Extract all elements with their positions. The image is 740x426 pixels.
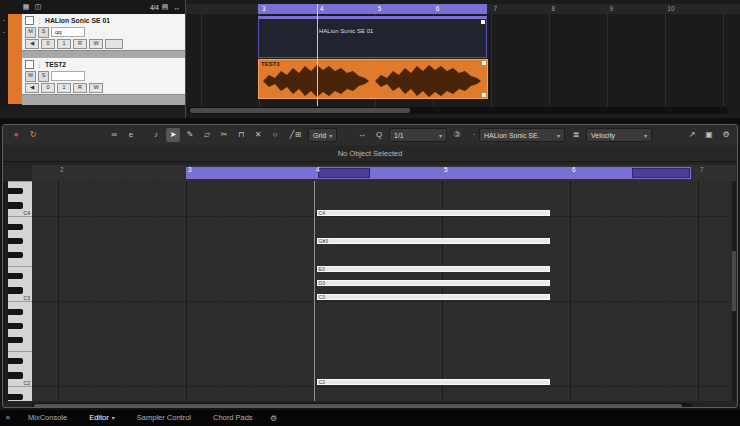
part-handle[interactable] bbox=[481, 20, 485, 24]
arrange-hscrollbar[interactable] bbox=[188, 107, 728, 114]
keyboard-icon[interactable]: ▦ bbox=[20, 3, 32, 11]
tab-sampler-control[interactable]: Sampler Control bbox=[127, 410, 201, 426]
erase-tool-button[interactable]: ▱ bbox=[200, 128, 214, 142]
midi-note[interactable]: C2 bbox=[317, 379, 550, 385]
maximize-button[interactable]: ▣ bbox=[702, 128, 716, 142]
quantize-button[interactable]: Q bbox=[372, 128, 386, 142]
track-button-1[interactable]: 1 bbox=[57, 39, 71, 49]
piano-key-black[interactable] bbox=[8, 252, 23, 258]
setup-toolbar-button[interactable]: ⚙ bbox=[719, 128, 733, 142]
track-monitor-button[interactable]: ◀ bbox=[25, 39, 39, 49]
part-name-chip[interactable]: HALion Sonic SE 01 bbox=[318, 168, 370, 178]
midi-note[interactable]: D3 bbox=[317, 280, 550, 286]
mute-button[interactable]: M bbox=[25, 71, 36, 82]
piano-key-black[interactable] bbox=[8, 372, 23, 378]
midi-note[interactable]: E3 bbox=[317, 266, 550, 272]
select-tool-button[interactable]: ➤ bbox=[166, 128, 180, 142]
list-icon[interactable]: ▤ bbox=[159, 3, 171, 11]
project-cursor[interactable] bbox=[317, 4, 318, 106]
track-checkbox[interactable] bbox=[25, 60, 34, 69]
piano-key-black[interactable] bbox=[8, 394, 23, 400]
split-tool-button[interactable]: ✂ bbox=[217, 128, 231, 142]
tab-mixconsole[interactable]: MixConsole bbox=[18, 410, 77, 426]
loop-button[interactable]: ↻ bbox=[26, 128, 40, 142]
midi-note[interactable]: G#3 bbox=[317, 238, 550, 244]
mute-tool-button[interactable]: ✕ bbox=[251, 128, 265, 142]
piano-key-black[interactable] bbox=[8, 309, 23, 315]
locator-range[interactable] bbox=[258, 4, 487, 14]
track-color-strip[interactable] bbox=[8, 14, 23, 104]
track-name[interactable]: HALion Sonic SE 01 bbox=[45, 17, 110, 24]
link-editors-button[interactable]: ∞ bbox=[107, 128, 121, 142]
note-display[interactable]: C4G#3E3D3C3C2 bbox=[32, 181, 736, 401]
piano-key-black[interactable] bbox=[8, 323, 23, 329]
quantize-preset-dropdown[interactable]: 1/1 ▾ bbox=[389, 128, 447, 142]
record-button[interactable]: ● bbox=[9, 128, 23, 142]
piano-key-black[interactable] bbox=[8, 273, 23, 279]
track-read-button[interactable]: R bbox=[73, 83, 87, 93]
tab-chord-pads[interactable]: Chord Pads bbox=[203, 410, 263, 426]
audio-part[interactable]: TEST3 bbox=[258, 59, 488, 99]
grid-type-dropdown[interactable]: Grid ▾ bbox=[308, 128, 337, 142]
track-header-instrument[interactable]: ⋮ HALion Sonic SE 01 M S qq ◀ 0 1 R W bbox=[22, 14, 185, 51]
info-line: No Object Selected bbox=[3, 145, 737, 162]
piano-key-black[interactable] bbox=[8, 337, 23, 343]
track-selector-dropdown[interactable]: HALion Sonic SE. ▾ bbox=[479, 128, 565, 142]
event-colors-dropdown[interactable]: Velocity ▾ bbox=[586, 128, 652, 142]
snap-button[interactable]: ⊞ bbox=[291, 128, 305, 142]
panel-icon[interactable]: ◫ bbox=[32, 3, 44, 11]
track-freeze-button[interactable] bbox=[105, 39, 123, 49]
track-header-audio[interactable]: ⋮ TEST2 M S ◀ 0 1 R W bbox=[22, 58, 185, 95]
draw-tool-button[interactable]: ✎ bbox=[183, 128, 197, 142]
acoustic-feedback-button[interactable]: ♪ bbox=[149, 128, 163, 142]
piano-key-black[interactable] bbox=[8, 188, 23, 194]
setup-tabs-gear-icon[interactable]: ⚙ bbox=[265, 414, 283, 423]
track-patch-name[interactable]: qq bbox=[51, 27, 85, 37]
solo-button[interactable]: S bbox=[38, 71, 49, 82]
track-read-button[interactable]: R bbox=[73, 39, 87, 49]
track-write-button[interactable]: W bbox=[89, 83, 103, 93]
track-button-0[interactable]: 0 bbox=[41, 83, 55, 93]
editor-vscrollbar[interactable] bbox=[732, 181, 736, 401]
piano-keyboard[interactable]: C4C3C2 bbox=[8, 181, 33, 401]
part-handle[interactable] bbox=[482, 93, 486, 97]
midi-note[interactable]: C4 bbox=[317, 210, 550, 216]
scrollbar-handle[interactable] bbox=[190, 108, 410, 113]
editor-part-range[interactable] bbox=[186, 167, 691, 179]
editor-ruler[interactable]: HALion Sonic SE 01 HALion Sonic SE 01 23… bbox=[32, 165, 736, 182]
midi-note[interactable]: C3 bbox=[317, 294, 550, 300]
piano-key-black[interactable] bbox=[8, 287, 23, 293]
triplet-button[interactable]: ③ bbox=[450, 128, 464, 142]
part-name-chip[interactable]: HALion Sonic SE 01 bbox=[632, 168, 690, 178]
piano-key-black[interactable] bbox=[8, 358, 23, 364]
track-checkbox[interactable] bbox=[25, 16, 34, 25]
piano-key-black[interactable] bbox=[8, 224, 23, 230]
track-patch-name[interactable] bbox=[51, 71, 85, 81]
midi-part[interactable]: HALion Sonic SE 01 bbox=[258, 16, 487, 58]
editor-cursor[interactable] bbox=[314, 181, 315, 401]
zoom-tool-button[interactable]: ○ bbox=[268, 128, 282, 142]
glue-tool-button[interactable]: ⊓ bbox=[234, 128, 248, 142]
piano-key-black[interactable] bbox=[8, 202, 23, 208]
scrollbar-handle[interactable] bbox=[732, 251, 736, 311]
event-colors-button[interactable]: ≣ bbox=[569, 128, 583, 142]
nudge-button[interactable]: ↔ bbox=[355, 128, 369, 142]
track-write-button[interactable]: W bbox=[89, 39, 103, 49]
editor-hscrollbar[interactable] bbox=[32, 403, 692, 408]
tab-editor[interactable]: Editor ▾ bbox=[79, 410, 125, 426]
track-button-1[interactable]: 1 bbox=[57, 83, 71, 93]
sort-arrows-icon[interactable]: ↔ bbox=[171, 4, 183, 11]
scrollbar-handle[interactable] bbox=[34, 404, 682, 408]
arrangement-area[interactable]: 345678910 HALion Sonic SE 01 TEST3 bbox=[186, 0, 740, 118]
piano-key-black[interactable] bbox=[8, 238, 23, 244]
track-monitor-button[interactable]: ◀ bbox=[25, 83, 39, 93]
close-icon[interactable]: ✕ bbox=[0, 414, 16, 422]
track-name[interactable]: TEST2 bbox=[45, 61, 66, 68]
solo-button[interactable]: S bbox=[38, 27, 49, 38]
arrange-lanes[interactable]: HALion Sonic SE 01 TEST3 bbox=[186, 14, 740, 106]
part-handle[interactable] bbox=[482, 61, 486, 65]
track-button-0[interactable]: 0 bbox=[41, 39, 55, 49]
open-in-window-button[interactable]: ↗ bbox=[685, 128, 699, 142]
mute-button[interactable]: M bbox=[25, 27, 36, 38]
editor-menu-button[interactable]: e bbox=[124, 128, 138, 142]
